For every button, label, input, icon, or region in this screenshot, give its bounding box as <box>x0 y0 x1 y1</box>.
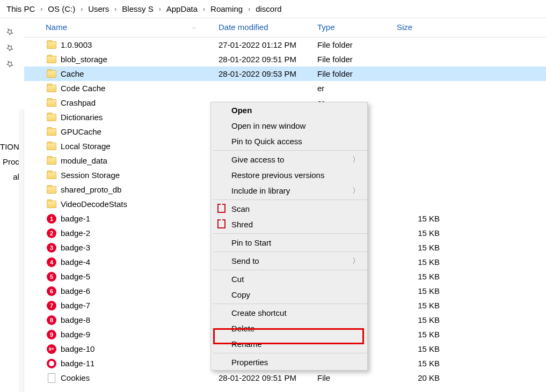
chevron-right-icon: 〉 <box>352 155 360 165</box>
file-size: 15 KB <box>397 228 445 238</box>
menu-restore-versions[interactable]: Restore previous versions <box>211 167 367 183</box>
file-name: badge-11 <box>57 359 219 368</box>
file-name: module_data <box>57 156 219 165</box>
column-date[interactable]: Date modified <box>219 23 317 32</box>
file-type: File <box>317 373 397 382</box>
file-name: 1.0.9003 <box>57 40 219 49</box>
file-size: 20 KB <box>397 373 445 382</box>
breadcrumb[interactable]: This PC›OS (C:)›Users›Blessy S›AppData›R… <box>0 0 546 18</box>
badge-icon: 8 <box>46 315 57 326</box>
badge-ring-icon <box>46 358 57 369</box>
file-name: badge-7 <box>57 301 219 310</box>
file-row[interactable]: Cookies28-01-2022 09:51 PMFile20 KB <box>24 371 546 385</box>
breadcrumb-segment[interactable]: Blessy S <box>121 4 154 13</box>
folder-icon <box>46 127 57 137</box>
file-name: Code Cache <box>57 84 219 93</box>
folder-icon <box>46 54 57 65</box>
file-row[interactable]: Code Cacheer <box>24 81 546 95</box>
file-type: File folder <box>317 55 397 64</box>
pin-icon[interactable] <box>6 60 13 68</box>
file-name: badge-4 <box>57 257 219 267</box>
badge-icon: 7 <box>46 300 57 311</box>
menu-send-to[interactable]: Send to〉 <box>211 253 367 269</box>
file-name: Session Storage <box>57 171 219 180</box>
menu-scan[interactable]: Scan <box>211 201 367 217</box>
file-name: Local Storage <box>57 142 219 151</box>
file-row[interactable]: Cache28-01-2022 09:53 PMFile folder <box>24 66 546 81</box>
badge-icon: 6 <box>46 286 57 297</box>
menu-include-library[interactable]: Include in library〉 <box>211 183 367 198</box>
file-size: 15 KB <box>397 344 445 353</box>
folder-icon <box>46 69 57 79</box>
file-name: badge-5 <box>57 272 219 281</box>
folder-icon <box>46 156 57 166</box>
file-name: badge-9 <box>57 330 219 339</box>
badge-icon: 9 <box>46 329 57 340</box>
menu-pin-quick-access[interactable]: Pin to Quick access <box>211 134 367 149</box>
file-name: shared_proto_db <box>57 185 219 194</box>
menu-properties[interactable]: Properties <box>211 354 367 370</box>
file-type: File folder <box>317 40 397 49</box>
file-size: 15 KB <box>397 257 445 267</box>
file-icon <box>46 373 57 383</box>
chevron-right-icon: › <box>155 5 165 13</box>
file-row[interactable]: blob_storage28-01-2022 09:51 PMFile fold… <box>24 52 546 66</box>
breadcrumb-segment[interactable]: OS (C:) <box>47 4 76 13</box>
menu-pin-start[interactable]: Pin to Start <box>211 235 367 250</box>
folder-icon <box>46 199 57 210</box>
file-name: GPUCache <box>57 127 219 136</box>
badge-icon: 2 <box>46 228 57 239</box>
chevron-right-icon: › <box>36 5 47 13</box>
folder-icon <box>46 83 57 94</box>
column-type[interactable]: Type <box>317 23 397 32</box>
file-type: er <box>317 84 397 93</box>
menu-cut[interactable]: Cut <box>211 271 367 287</box>
file-name: badge-3 <box>57 243 219 252</box>
badge-icon: 4 <box>46 257 57 268</box>
menu-delete[interactable]: Delete <box>211 321 367 336</box>
file-row[interactable]: 1.0.900327-01-2022 01:12 PMFile folder <box>24 38 546 52</box>
breadcrumb-segment[interactable]: This PC <box>5 4 36 13</box>
file-name: Dictionaries <box>57 113 219 122</box>
breadcrumb-segment[interactable]: AppData <box>165 4 199 13</box>
chevron-right-icon: › <box>76 5 87 13</box>
file-date: 28-01-2022 09:53 PM <box>219 69 317 78</box>
column-headers[interactable]: Name︿ Date modified Type Size <box>24 18 546 38</box>
context-menu: Open Open in new window Pin to Quick acc… <box>210 102 368 371</box>
chevron-right-icon: › <box>110 5 121 13</box>
file-date: 28-01-2022 09:51 PM <box>219 373 317 382</box>
column-size[interactable]: Size <box>397 23 445 32</box>
menu-copy[interactable]: Copy <box>211 287 367 302</box>
file-size: 15 KB <box>397 286 445 295</box>
menu-shred[interactable]: Shred <box>211 217 367 232</box>
column-name[interactable]: Name︿ <box>46 23 219 32</box>
pin-icon[interactable] <box>6 28 13 35</box>
file-date: 27-01-2022 01:12 PM <box>219 40 317 49</box>
file-name: badge-8 <box>57 315 219 324</box>
breadcrumb-segment[interactable]: discord <box>254 4 282 13</box>
breadcrumb-segment[interactable]: Roaming <box>209 4 244 13</box>
file-name: badge-1 <box>57 214 219 223</box>
file-size: 15 KB <box>397 315 445 324</box>
folder-icon <box>46 141 57 152</box>
badge-icon: 5 <box>46 271 57 282</box>
file-name: Crashpad <box>57 98 219 107</box>
badge-icon: 3 <box>46 242 57 253</box>
file-size: 15 KB <box>397 243 445 252</box>
folder-icon <box>46 184 57 195</box>
breadcrumb-segment[interactable]: Users <box>87 4 110 13</box>
file-size: 15 KB <box>397 330 445 339</box>
menu-open-new-window[interactable]: Open in new window <box>211 118 367 134</box>
pin-icon[interactable] <box>6 44 13 51</box>
file-name: badge-2 <box>57 228 219 238</box>
menu-create-shortcut[interactable]: Create shortcut <box>211 305 367 321</box>
badge-icon: 9+ <box>46 344 57 354</box>
menu-give-access-to[interactable]: Give access to〉 <box>211 152 367 167</box>
file-size: 15 KB <box>397 214 445 223</box>
chevron-right-icon: › <box>199 5 209 13</box>
menu-open[interactable]: Open <box>211 102 367 118</box>
menu-rename[interactable]: Rename <box>211 336 367 352</box>
file-size: 15 KB <box>397 359 445 368</box>
mcafee-icon <box>216 220 226 230</box>
folder-icon <box>46 40 57 50</box>
